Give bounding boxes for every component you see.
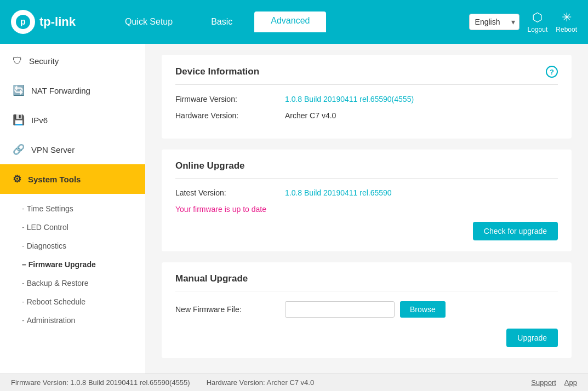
online-upgrade-title: Online Upgrade [175,160,245,171]
sidebar-subitem-backup-label: Backup & Restore [27,279,89,288]
firmware-label: Firmware Version: [175,95,285,104]
logo: p tp-link [11,10,76,34]
sidebar-sub-menu: Time Settings LED Control Diagnostics Fi… [0,194,145,335]
sidebar-item-vpn-label: VPN Server [31,145,75,154]
logout-icon: ⬡ [532,10,543,25]
browse-button[interactable]: Browse [400,301,446,318]
sidebar-subitem-administration[interactable]: Administration [0,311,145,330]
logo-text: tp-link [39,15,76,29]
firmware-file-input[interactable] [285,301,395,318]
manual-upgrade-section: Manual Upgrade New Firmware File: Browse… [162,262,572,358]
language-select[interactable]: English Chinese French [469,14,520,30]
sidebar-subitem-admin-label: Administration [27,316,76,325]
sidebar-subitem-diagnostics[interactable]: Diagnostics [0,237,145,255]
support-link[interactable]: Support [531,378,556,387]
latest-version-row: Latest Version: 1.0.8 Build 20190411 rel… [175,188,558,197]
sidebar-item-security-label: Security [29,56,59,66]
shield-icon: 🛡 [13,55,22,67]
firmware-status-message: Your firmware is up to date [175,205,558,214]
check-upgrade-row: Check for upgrade [175,222,558,240]
main-layout: 🛡 Security 🔄 NAT Forwarding 💾 IPv6 🔗 VPN… [0,44,588,373]
upgrade-button[interactable]: Upgrade [506,329,558,347]
header-right: English Chinese French ⬡ Logout ✳ Reboot [469,10,577,33]
sidebar-subitem-time-settings[interactable]: Time Settings [0,199,145,218]
latest-value: 1.0.8 Build 20190411 rel.65590 [285,188,392,197]
settings-icon: ⚙ [13,173,21,185]
logout-button[interactable]: ⬡ Logout [528,10,548,33]
sidebar-item-system-tools[interactable]: ⚙ System Tools [0,164,145,194]
manual-upgrade-header: Manual Upgrade [175,273,558,291]
sidebar-subitem-time-label: Time Settings [27,204,73,213]
app-link[interactable]: App [564,378,577,387]
footer-hardware: Hardware Version: Archer C7 v4.0 [207,378,315,387]
sidebar-item-ipv6-label: IPv6 [31,116,48,125]
online-upgrade-header: Online Upgrade [175,160,558,179]
sidebar-item-vpn-server[interactable]: 🔗 VPN Server [0,135,145,164]
sidebar-item-security[interactable]: 🛡 Security [0,47,145,76]
device-info-title: Device Information [175,66,259,77]
sidebar-subitem-led-label: LED Control [27,223,68,232]
sync-icon: 🔄 [13,84,25,96]
sidebar-item-ipv6[interactable]: 💾 IPv6 [0,105,145,135]
new-firmware-row: New Firmware File: Browse [175,301,558,318]
tab-quick-setup[interactable]: Quick Setup [109,13,189,31]
latest-label: Latest Version: [175,188,285,197]
sidebar-item-nat-label: NAT Forwarding [31,86,90,95]
svg-text:p: p [20,17,26,26]
save-icon: 💾 [13,114,25,126]
logo-icon: p [11,10,35,34]
sidebar-subitem-firmware-upgrade[interactable]: Firmware Upgrade [0,255,145,274]
manual-upgrade-title: Manual Upgrade [175,273,248,284]
link-icon: 🔗 [13,143,25,156]
sidebar-subitem-reboot-label: Reboot Schedule [27,297,85,306]
sidebar-subitem-led-control[interactable]: LED Control [0,218,145,237]
hardware-label: Hardware Version: [175,111,285,120]
language-selector-wrapper: English Chinese French [469,14,520,30]
footer-links: Support App [531,378,577,387]
sidebar-subitem-reboot-schedule[interactable]: Reboot Schedule [0,292,145,311]
footer-firmware: Firmware Version: 1.0.8 Build 20190411 r… [11,378,190,387]
help-icon[interactable]: ? [546,66,558,78]
footer: Firmware Version: 1.0.8 Build 20190411 r… [0,373,588,391]
firmware-file-label: New Firmware File: [175,305,285,314]
header: p tp-link Quick Setup Basic Advanced Eng… [0,0,588,44]
firmware-version-row: Firmware Version: 1.0.8 Build 20190411 r… [175,95,558,104]
reboot-label: Reboot [556,26,577,33]
check-upgrade-button[interactable]: Check for upgrade [473,222,558,240]
logout-label: Logout [528,26,548,33]
firmware-value: 1.0.8 Build 20190411 rel.65590(4555) [285,95,414,104]
nav-tabs: Quick Setup Basic Advanced [109,12,469,32]
hardware-version-row: Hardware Version: Archer C7 v4.0 [175,111,558,120]
reboot-icon: ✳ [562,10,572,25]
tab-advanced[interactable]: Advanced [254,12,326,32]
sidebar-subitem-backup-restore[interactable]: Backup & Restore [0,274,145,292]
footer-info: Firmware Version: 1.0.8 Build 20190411 r… [11,378,314,387]
sidebar-item-nat-forwarding[interactable]: 🔄 NAT Forwarding [0,76,145,105]
tab-basic[interactable]: Basic [195,13,249,31]
reboot-button[interactable]: ✳ Reboot [556,10,577,33]
device-info-header: Device Information ? [175,66,558,85]
content-area: Device Information ? Firmware Version: 1… [145,44,588,373]
sidebar-item-system-label: System Tools [28,175,81,184]
upgrade-row: Upgrade [175,329,558,347]
online-upgrade-section: Online Upgrade Latest Version: 1.0.8 Bui… [162,150,572,251]
sidebar-subitem-diag-label: Diagnostics [27,242,66,250]
sidebar: 🛡 Security 🔄 NAT Forwarding 💾 IPv6 🔗 VPN… [0,44,145,373]
sidebar-subitem-firmware-label: Firmware Upgrade [28,260,96,269]
device-info-section: Device Information ? Firmware Version: 1… [162,55,572,139]
hardware-value: Archer C7 v4.0 [285,111,336,120]
